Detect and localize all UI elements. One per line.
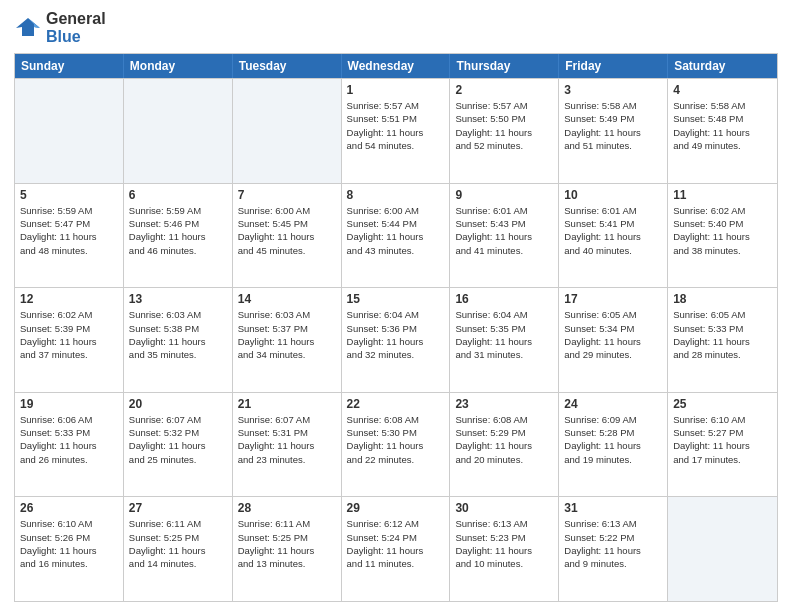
- day-number: 25: [673, 397, 772, 411]
- calendar-cell: 6Sunrise: 5:59 AM Sunset: 5:46 PM Daylig…: [124, 184, 233, 288]
- day-info: Sunrise: 6:11 AM Sunset: 5:25 PM Dayligh…: [129, 517, 227, 570]
- day-info: Sunrise: 6:01 AM Sunset: 5:43 PM Dayligh…: [455, 204, 553, 257]
- day-number: 13: [129, 292, 227, 306]
- day-info: Sunrise: 5:57 AM Sunset: 5:50 PM Dayligh…: [455, 99, 553, 152]
- weekday-header: Wednesday: [342, 54, 451, 78]
- calendar-cell: 25Sunrise: 6:10 AM Sunset: 5:27 PM Dayli…: [668, 393, 777, 497]
- day-info: Sunrise: 6:05 AM Sunset: 5:34 PM Dayligh…: [564, 308, 662, 361]
- weekday-header: Sunday: [15, 54, 124, 78]
- day-info: Sunrise: 6:03 AM Sunset: 5:37 PM Dayligh…: [238, 308, 336, 361]
- calendar-cell: 9Sunrise: 6:01 AM Sunset: 5:43 PM Daylig…: [450, 184, 559, 288]
- calendar-row: 26Sunrise: 6:10 AM Sunset: 5:26 PM Dayli…: [15, 496, 777, 601]
- day-number: 11: [673, 188, 772, 202]
- calendar-body: 1Sunrise: 5:57 AM Sunset: 5:51 PM Daylig…: [15, 78, 777, 601]
- weekday-header: Friday: [559, 54, 668, 78]
- day-number: 30: [455, 501, 553, 515]
- calendar-cell: 21Sunrise: 6:07 AM Sunset: 5:31 PM Dayli…: [233, 393, 342, 497]
- calendar-cell: 8Sunrise: 6:00 AM Sunset: 5:44 PM Daylig…: [342, 184, 451, 288]
- empty-cell: [233, 79, 342, 183]
- day-info: Sunrise: 5:58 AM Sunset: 5:48 PM Dayligh…: [673, 99, 772, 152]
- calendar-cell: 10Sunrise: 6:01 AM Sunset: 5:41 PM Dayli…: [559, 184, 668, 288]
- calendar-cell: 28Sunrise: 6:11 AM Sunset: 5:25 PM Dayli…: [233, 497, 342, 601]
- calendar-cell: 7Sunrise: 6:00 AM Sunset: 5:45 PM Daylig…: [233, 184, 342, 288]
- day-number: 27: [129, 501, 227, 515]
- calendar-cell: 3Sunrise: 5:58 AM Sunset: 5:49 PM Daylig…: [559, 79, 668, 183]
- calendar: SundayMondayTuesdayWednesdayThursdayFrid…: [14, 53, 778, 602]
- day-info: Sunrise: 5:57 AM Sunset: 5:51 PM Dayligh…: [347, 99, 445, 152]
- day-number: 7: [238, 188, 336, 202]
- day-info: Sunrise: 6:12 AM Sunset: 5:24 PM Dayligh…: [347, 517, 445, 570]
- day-number: 15: [347, 292, 445, 306]
- calendar-cell: 19Sunrise: 6:06 AM Sunset: 5:33 PM Dayli…: [15, 393, 124, 497]
- day-number: 5: [20, 188, 118, 202]
- calendar-cell: 17Sunrise: 6:05 AM Sunset: 5:34 PM Dayli…: [559, 288, 668, 392]
- day-number: 23: [455, 397, 553, 411]
- calendar-cell: 12Sunrise: 6:02 AM Sunset: 5:39 PM Dayli…: [15, 288, 124, 392]
- day-number: 26: [20, 501, 118, 515]
- calendar-cell: 13Sunrise: 6:03 AM Sunset: 5:38 PM Dayli…: [124, 288, 233, 392]
- day-number: 17: [564, 292, 662, 306]
- day-info: Sunrise: 5:59 AM Sunset: 5:46 PM Dayligh…: [129, 204, 227, 257]
- day-number: 6: [129, 188, 227, 202]
- day-info: Sunrise: 6:05 AM Sunset: 5:33 PM Dayligh…: [673, 308, 772, 361]
- day-info: Sunrise: 6:02 AM Sunset: 5:39 PM Dayligh…: [20, 308, 118, 361]
- weekday-header: Thursday: [450, 54, 559, 78]
- calendar-row: 5Sunrise: 5:59 AM Sunset: 5:47 PM Daylig…: [15, 183, 777, 288]
- day-info: Sunrise: 6:00 AM Sunset: 5:44 PM Dayligh…: [347, 204, 445, 257]
- day-number: 2: [455, 83, 553, 97]
- page-container: General Blue SundayMondayTuesdayWednesda…: [0, 0, 792, 612]
- day-info: Sunrise: 6:01 AM Sunset: 5:41 PM Dayligh…: [564, 204, 662, 257]
- day-info: Sunrise: 6:02 AM Sunset: 5:40 PM Dayligh…: [673, 204, 772, 257]
- day-info: Sunrise: 6:04 AM Sunset: 5:36 PM Dayligh…: [347, 308, 445, 361]
- day-number: 20: [129, 397, 227, 411]
- calendar-cell: 29Sunrise: 6:12 AM Sunset: 5:24 PM Dayli…: [342, 497, 451, 601]
- day-info: Sunrise: 6:09 AM Sunset: 5:28 PM Dayligh…: [564, 413, 662, 466]
- day-info: Sunrise: 6:11 AM Sunset: 5:25 PM Dayligh…: [238, 517, 336, 570]
- calendar-cell: 23Sunrise: 6:08 AM Sunset: 5:29 PM Dayli…: [450, 393, 559, 497]
- day-number: 10: [564, 188, 662, 202]
- day-info: Sunrise: 6:00 AM Sunset: 5:45 PM Dayligh…: [238, 204, 336, 257]
- calendar-row: 12Sunrise: 6:02 AM Sunset: 5:39 PM Dayli…: [15, 287, 777, 392]
- calendar-cell: 14Sunrise: 6:03 AM Sunset: 5:37 PM Dayli…: [233, 288, 342, 392]
- day-info: Sunrise: 6:08 AM Sunset: 5:30 PM Dayligh…: [347, 413, 445, 466]
- header: General Blue: [14, 10, 778, 45]
- day-number: 22: [347, 397, 445, 411]
- calendar-cell: 15Sunrise: 6:04 AM Sunset: 5:36 PM Dayli…: [342, 288, 451, 392]
- day-number: 4: [673, 83, 772, 97]
- day-info: Sunrise: 6:07 AM Sunset: 5:31 PM Dayligh…: [238, 413, 336, 466]
- logo: General Blue: [14, 10, 106, 45]
- day-info: Sunrise: 6:07 AM Sunset: 5:32 PM Dayligh…: [129, 413, 227, 466]
- calendar-row: 19Sunrise: 6:06 AM Sunset: 5:33 PM Dayli…: [15, 392, 777, 497]
- day-number: 3: [564, 83, 662, 97]
- calendar-row: 1Sunrise: 5:57 AM Sunset: 5:51 PM Daylig…: [15, 78, 777, 183]
- day-info: Sunrise: 6:03 AM Sunset: 5:38 PM Dayligh…: [129, 308, 227, 361]
- calendar-cell: 11Sunrise: 6:02 AM Sunset: 5:40 PM Dayli…: [668, 184, 777, 288]
- day-number: 28: [238, 501, 336, 515]
- day-number: 14: [238, 292, 336, 306]
- day-number: 9: [455, 188, 553, 202]
- day-info: Sunrise: 6:04 AM Sunset: 5:35 PM Dayligh…: [455, 308, 553, 361]
- calendar-cell: 18Sunrise: 6:05 AM Sunset: 5:33 PM Dayli…: [668, 288, 777, 392]
- day-number: 12: [20, 292, 118, 306]
- day-number: 21: [238, 397, 336, 411]
- calendar-cell: 30Sunrise: 6:13 AM Sunset: 5:23 PM Dayli…: [450, 497, 559, 601]
- logo-icon: [14, 14, 42, 42]
- calendar-cell: 5Sunrise: 5:59 AM Sunset: 5:47 PM Daylig…: [15, 184, 124, 288]
- calendar-cell: 20Sunrise: 6:07 AM Sunset: 5:32 PM Dayli…: [124, 393, 233, 497]
- day-number: 31: [564, 501, 662, 515]
- day-number: 18: [673, 292, 772, 306]
- day-number: 8: [347, 188, 445, 202]
- calendar-cell: 27Sunrise: 6:11 AM Sunset: 5:25 PM Dayli…: [124, 497, 233, 601]
- day-info: Sunrise: 6:10 AM Sunset: 5:26 PM Dayligh…: [20, 517, 118, 570]
- calendar-cell: 16Sunrise: 6:04 AM Sunset: 5:35 PM Dayli…: [450, 288, 559, 392]
- calendar-header: SundayMondayTuesdayWednesdayThursdayFrid…: [15, 54, 777, 78]
- weekday-header: Monday: [124, 54, 233, 78]
- weekday-header: Tuesday: [233, 54, 342, 78]
- calendar-cell: 26Sunrise: 6:10 AM Sunset: 5:26 PM Dayli…: [15, 497, 124, 601]
- calendar-cell: 22Sunrise: 6:08 AM Sunset: 5:30 PM Dayli…: [342, 393, 451, 497]
- day-info: Sunrise: 5:59 AM Sunset: 5:47 PM Dayligh…: [20, 204, 118, 257]
- day-info: Sunrise: 6:13 AM Sunset: 5:22 PM Dayligh…: [564, 517, 662, 570]
- empty-cell: [124, 79, 233, 183]
- calendar-cell: 2Sunrise: 5:57 AM Sunset: 5:50 PM Daylig…: [450, 79, 559, 183]
- logo-blue: Blue: [46, 28, 106, 46]
